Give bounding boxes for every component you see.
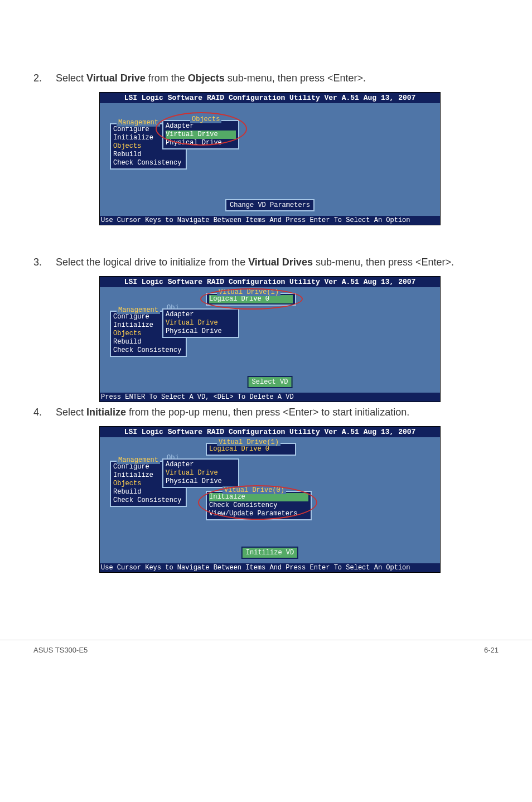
menu-item-logical-drive-0[interactable]: Logical Drive 0: [209, 295, 293, 303]
menu-item-adapter[interactable]: Adapter: [166, 122, 236, 131]
step-text: Select Initialize from the pop-up menu, …: [56, 407, 499, 418]
bios-header: LSI Logic Software RAID Configuration Ut…: [100, 427, 440, 437]
panel-title: Management: [117, 119, 160, 127]
bios-screenshot-3: LSI Logic Software RAID Configuration Ut…: [99, 426, 439, 573]
hint-change-vd: Change VD Parameters: [225, 199, 315, 211]
bold-term: Initialize: [86, 407, 126, 418]
text: Select the logical drive to initialize f…: [56, 257, 248, 268]
panel-title: Objects: [190, 115, 221, 123]
step-text: Select the logical drive to initialize f…: [56, 257, 499, 268]
step-text: Select Virtual Drive from the Objects su…: [56, 73, 499, 84]
bios-footer-hint: Use Cursor Keys to Navigate Between Item…: [100, 563, 440, 572]
menu-item-rebuild[interactable]: Rebuild: [113, 488, 183, 496]
bios-footer-hint: Press ENTER To Select A VD, <DEL> To Del…: [100, 393, 440, 402]
objects-menu-panel: Adapter Virtual Drive Physical Drive: [162, 458, 239, 488]
step-2: 2. Select Virtual Drive from the Objects…: [33, 73, 499, 84]
text: from the: [146, 73, 188, 84]
bios-screenshot-2: LSI Logic Software RAID Configuration Ut…: [99, 276, 439, 402]
virtual-drive-0-panel: Vitual Drive(0) Initialze Check Consiste…: [206, 491, 312, 520]
panel-title: Vitual Drive(1): [217, 288, 280, 296]
panel-title: Management: [117, 456, 160, 464]
page-footer: ASUS TS300-E5 6-21: [0, 640, 532, 677]
virtual-drive-1-panel: Vitual Drive(1) Logical Drive 0: [206, 443, 296, 456]
bold-term: Virtual Drives: [248, 257, 313, 268]
menu-item-rebuild[interactable]: Rebuild: [113, 338, 183, 346]
text: sub-menu, then press <Enter>.: [313, 257, 454, 268]
menu-item-physical-drive[interactable]: Physical Drive: [166, 477, 236, 486]
menu-item-physical-drive[interactable]: Physical Drive: [166, 139, 236, 147]
menu-item-check-consistency-action[interactable]: Check Consistency: [209, 501, 308, 510]
panel-title: Vitual Drive(0): [223, 486, 286, 494]
bios-header: LSI Logic Software RAID Configuration Ut…: [100, 93, 440, 103]
panel-title: Management: [117, 306, 160, 314]
hint-initialize-vd: Initilize VD: [241, 547, 298, 559]
objects-menu-panel: Objects Adapter Virtual Drive Physical D…: [162, 120, 239, 149]
bold-term: Virtual Drive: [86, 73, 146, 84]
menu-item-rebuild[interactable]: Rebuild: [113, 151, 183, 159]
menu-item-adapter[interactable]: Adapter: [166, 311, 236, 319]
step-number: 2.: [33, 73, 56, 84]
menu-item-virtual-drive[interactable]: Virtual Drive: [166, 319, 236, 327]
bios-screenshot-1: LSI Logic Software RAID Configuration Ut…: [99, 92, 439, 225]
step-3: 3. Select the logical drive to initializ…: [33, 257, 499, 268]
menu-item-view-update-params[interactable]: View/Update Parameters: [209, 510, 308, 518]
menu-item-physical-drive[interactable]: Physical Drive: [166, 327, 236, 336]
step-number: 4.: [33, 407, 56, 418]
hint-select-vd: Select VD: [248, 376, 293, 388]
text: Select: [56, 407, 86, 418]
step-number: 3.: [33, 257, 56, 268]
footer-right: 6-21: [484, 646, 499, 654]
menu-item-initialize-action[interactable]: Initialze: [209, 493, 308, 501]
menu-item-check-consistency[interactable]: Check Consistency: [113, 159, 183, 167]
menu-item-virtual-drive[interactable]: Virtual Drive: [166, 131, 236, 139]
menu-item-check-consistency[interactable]: Check Consistency: [113, 346, 183, 355]
bios-footer-hint: Use Cursor Keys to Navigate Between Item…: [100, 216, 440, 225]
step-4: 4. Select Initialize from the pop-up men…: [33, 407, 499, 418]
menu-item-check-consistency[interactable]: Check Consistency: [113, 496, 183, 505]
panel-title: Vitual Drive(1): [217, 438, 280, 446]
objects-menu-panel: Adapter Virtual Drive Physical Drive: [162, 308, 239, 338]
menu-item-logical-drive-0[interactable]: Logical Drive 0: [209, 445, 293, 453]
text: sub-menu, then press <Enter>.: [225, 73, 366, 84]
text: from the pop-up menu, then press <Enter>…: [126, 407, 409, 418]
menu-item-adapter[interactable]: Adapter: [166, 461, 236, 469]
text: Select: [56, 73, 86, 84]
virtual-drive-1-panel: Vitual Drive(1) Logical Drive 0: [206, 293, 296, 306]
menu-item-virtual-drive[interactable]: Virtual Drive: [166, 469, 236, 477]
footer-left: ASUS TS300-E5: [33, 646, 88, 654]
bold-term: Objects: [188, 73, 225, 84]
bios-header: LSI Logic Software RAID Configuration Ut…: [100, 277, 440, 287]
